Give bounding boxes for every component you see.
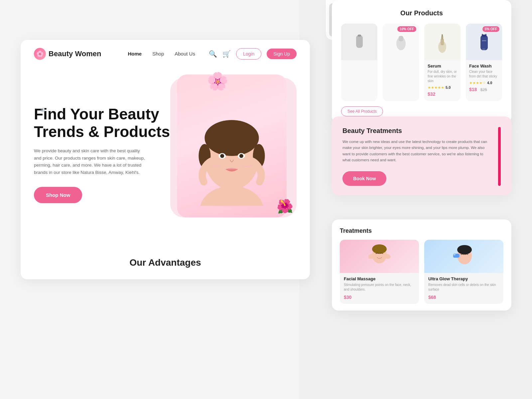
products-grid: 10% OFF Serum For dull, dry skin, or fin… bbox=[341, 24, 502, 101]
svg-rect-15 bbox=[399, 36, 403, 41]
treatment-glow-therapy: Ultra Glow Therapy Removes dead skin cel… bbox=[424, 240, 503, 304]
product-item-2: 10% OFF bbox=[383, 24, 419, 101]
facewash-icon bbox=[476, 30, 491, 54]
product-facewash-rating: 4.0 bbox=[487, 81, 492, 85]
product-1-icon bbox=[351, 34, 368, 50]
treatment-massage-name: Facial Massage bbox=[344, 276, 415, 281]
product-facewash-badge: 5% OFF bbox=[482, 26, 499, 32]
treatments-content: Beauty Treatments We come up with new id… bbox=[342, 127, 491, 186]
nav-item-about[interactable]: About Us bbox=[175, 51, 195, 57]
treatments-title: Beauty Treatments bbox=[342, 127, 491, 135]
treatment-glow-price: $68 bbox=[428, 295, 499, 300]
treatment-facial-massage: Facial Massage Stimulating pressure poin… bbox=[340, 240, 419, 304]
svg-point-26 bbox=[372, 244, 387, 254]
product-serum-desc: For dull, dry skin, or fine wrinkles on … bbox=[428, 69, 457, 83]
flower-top-icon: 🌸 bbox=[207, 71, 228, 91]
svg-rect-20 bbox=[480, 35, 488, 50]
serum-icon bbox=[435, 30, 450, 54]
see-all-products-button[interactable]: See All Products bbox=[341, 106, 383, 116]
treatment-massage-desc: Stimulating pressure points on the face,… bbox=[344, 283, 415, 292]
treatment-glow-name: Ultra Glow Therapy bbox=[428, 276, 499, 281]
product-serum-price: $32 bbox=[428, 91, 435, 97]
hero-image-wrap: 🌸 🌺 bbox=[180, 71, 297, 231]
hero-image bbox=[177, 74, 287, 217]
logo-flower-icon: 🌸 bbox=[36, 50, 44, 58]
treatments-description: We come up with new ideas and use the la… bbox=[342, 139, 491, 163]
svg-rect-22 bbox=[482, 33, 486, 35]
product-img-1 bbox=[341, 24, 377, 60]
hero-description: We provide beauty and skin care with the… bbox=[34, 147, 147, 176]
product-facewash-name: Face Wash bbox=[469, 64, 499, 68]
brand-name: Beauty Women bbox=[49, 50, 101, 58]
product-facewash-price-wrap: $18 $25 bbox=[469, 86, 499, 92]
advantages-title: Our Advantages bbox=[34, 257, 297, 268]
svg-point-33 bbox=[459, 255, 460, 256]
product-facewash-info: Face Wash Clean your face from dirt that… bbox=[466, 60, 502, 96]
search-button[interactable]: 🔍 bbox=[209, 50, 217, 58]
product-serum: Serum For dull, dry skin, or fine wrinkl… bbox=[424, 24, 461, 101]
svg-rect-23 bbox=[482, 40, 486, 41]
signup-button[interactable]: Sign Up bbox=[267, 49, 297, 59]
product-item-1 bbox=[341, 24, 377, 101]
product-facewash-stars: ★★★★☆4.0 bbox=[469, 81, 499, 85]
treatments-items-grid: Facial Massage Stimulating pressure poin… bbox=[340, 240, 503, 304]
main-card: 🌸 Beauty Women Home Shop About Us 🔍 🛒 Lo… bbox=[21, 40, 310, 279]
svg-point-7 bbox=[220, 154, 224, 158]
product-2-badge: 10% OFF bbox=[397, 26, 416, 32]
product-serum-price-wrap: $32 bbox=[428, 91, 457, 97]
treatment-glow-desc: Removes dead skin cells or debris on the… bbox=[428, 283, 499, 292]
book-now-button[interactable]: Book Now bbox=[342, 171, 386, 186]
nav-item-shop[interactable]: Shop bbox=[152, 51, 164, 57]
nav-item-home[interactable]: Home bbox=[128, 51, 142, 57]
glow-illustration bbox=[451, 243, 477, 270]
nav-link-about[interactable]: About Us bbox=[175, 51, 195, 57]
product-facewash-desc: Clean your face from dirt that sticky bbox=[469, 69, 499, 79]
product-serum-rating: 5.0 bbox=[446, 85, 451, 89]
logo-icon: 🌸 bbox=[34, 48, 46, 60]
nav-links: Home Shop About Us bbox=[128, 51, 195, 57]
hero-section: Find Your Beauty Trends & Products We pr… bbox=[21, 68, 310, 241]
nav-icons: 🔍 🛒 Login Sign Up bbox=[209, 48, 297, 60]
navbar: 🌸 Beauty Women Home Shop About Us 🔍 🛒 Lo… bbox=[21, 40, 310, 68]
woman-illustration bbox=[192, 86, 272, 206]
logo: 🌸 Beauty Women bbox=[34, 48, 101, 60]
hero-content: Find Your Beauty Trends & Products We pr… bbox=[34, 99, 174, 203]
svg-point-30 bbox=[457, 245, 472, 254]
product-facewash-old-price: $25 bbox=[480, 87, 487, 92]
massage-illustration bbox=[366, 243, 393, 270]
svg-rect-32 bbox=[454, 254, 456, 255]
svg-rect-13 bbox=[358, 35, 361, 37]
product-facewash-price: $18 bbox=[469, 87, 477, 92]
svg-point-34 bbox=[460, 254, 461, 255]
product-facewash: 5% OFF Face Wash Clean your face from di… bbox=[466, 24, 502, 101]
treatments-accent-bar bbox=[498, 127, 501, 186]
treatments-list-title: Treatments bbox=[340, 227, 503, 234]
treatment-massage-price: $30 bbox=[344, 295, 415, 300]
product-serum-name: Serum bbox=[428, 64, 457, 68]
nav-link-shop[interactable]: Shop bbox=[152, 51, 164, 57]
svg-rect-12 bbox=[356, 35, 363, 48]
login-button[interactable]: Login bbox=[236, 48, 261, 60]
flower-bottom-icon: 🌺 bbox=[277, 199, 293, 214]
product-2-icon bbox=[393, 32, 409, 52]
treatment-massage-img bbox=[340, 240, 419, 273]
shop-now-button[interactable]: Shop Now bbox=[34, 187, 82, 203]
svg-point-3 bbox=[204, 120, 259, 156]
products-card: Our Products 10% OFF bbox=[332, 0, 511, 123]
nav-link-home[interactable]: Home bbox=[128, 51, 142, 57]
treatment-glow-img bbox=[424, 240, 503, 273]
advantages-section: Our Advantages 🍃 Natural Ingredients It … bbox=[21, 241, 310, 279]
product-serum-stars: ★★★★★5.0 bbox=[428, 85, 457, 90]
cart-button[interactable]: 🛒 bbox=[222, 50, 231, 58]
product-serum-info: Serum For dull, dry skin, or fine wrinkl… bbox=[424, 60, 461, 101]
svg-point-9 bbox=[239, 154, 243, 158]
product-serum-img bbox=[424, 24, 461, 60]
dot-decoration bbox=[41, 108, 45, 112]
beauty-treatments-card: Beauty Treatments We come up with new id… bbox=[332, 116, 511, 195]
svg-point-24 bbox=[482, 48, 485, 50]
treatment-massage-info: Facial Massage Stimulating pressure poin… bbox=[340, 273, 419, 304]
hero-title: Find Your Beauty Trends & Products bbox=[34, 105, 174, 141]
treatments-list-card: Treatments bbox=[332, 219, 511, 311]
svg-point-35 bbox=[460, 257, 461, 258]
products-section-title: Our Products bbox=[341, 9, 502, 17]
